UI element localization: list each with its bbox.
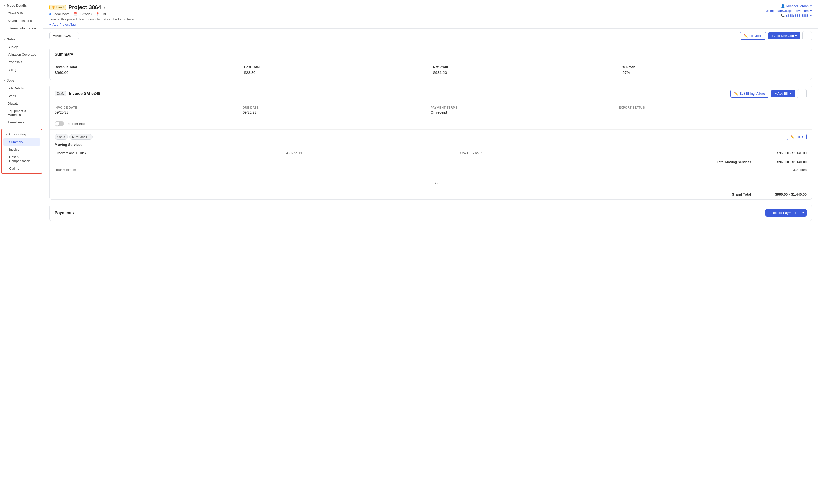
project-title-chevron[interactable]: ▾ <box>104 5 105 9</box>
chevron-icon: ▾ <box>4 4 5 7</box>
sidebar: ▾ Move Details Client & Bill To Saved Lo… <box>0 0 43 504</box>
summary-grid: Revenue Total $960.00 Cost Total $28.80 … <box>50 61 812 80</box>
sidebar-section-label: Jobs <box>7 79 14 82</box>
sidebar-item-valuation-coverage[interactable]: Valuation Coverage <box>2 51 42 58</box>
lead-badge: 🏆 Lead <box>49 5 66 10</box>
payment-terms-col: Payment Terms On receipt <box>431 106 619 114</box>
sidebar-item-timesheets[interactable]: Timesheets <box>2 119 42 126</box>
tbd-item: 📍 TBD <box>96 12 107 16</box>
hour-minimum-value: 3.0 hours <box>793 168 807 172</box>
due-date-col: Due Date 09/26/23 <box>243 106 431 114</box>
user-icon: 👤 <box>781 4 785 8</box>
sidebar-item-saved-locations[interactable]: Saved Locations <box>2 17 42 24</box>
payment-terms-label: Payment Terms <box>431 106 619 109</box>
sidebar-section-move-details: ▾ Move Details Client & Bill To Saved Lo… <box>0 0 43 34</box>
invoice-actions: ✏️ Edit Billing Values + Add Bill ▾ ⋮ <box>730 89 807 98</box>
job-pill-label: Move: 09/25 <box>53 34 71 38</box>
pin-icon: 📍 <box>96 12 100 16</box>
sidebar-item-internal-information[interactable]: Internal Information <box>2 25 42 32</box>
tip-row: ⋮ Tip <box>50 177 812 189</box>
sidebar-item-summary[interactable]: Summary <box>3 138 40 146</box>
due-date-label: Due Date <box>243 106 431 109</box>
job-pill[interactable]: Move: 09/25 ⋮ <box>49 32 79 39</box>
sidebar-item-billing[interactable]: Billing <box>2 66 42 73</box>
line-item-rate: $240.00 / hour <box>461 151 633 155</box>
due-date-value: 09/26/23 <box>243 110 431 114</box>
sidebar-item-proposals[interactable]: Proposals <box>2 58 42 66</box>
pencil-icon: ✏️ <box>744 34 748 38</box>
add-new-job-label: + Add New Job <box>772 34 794 38</box>
edit-jobs-label: Edit Jobs <box>749 34 762 38</box>
add-bill-chevron: ▾ <box>790 92 792 96</box>
add-project-tag-button[interactable]: + Add Project Tag <box>49 23 134 26</box>
edit-jobs-button[interactable]: ✏️ Edit Jobs <box>740 32 766 40</box>
sidebar-section-jobs: ▾ Jobs Job Details Stops Dispatch Equipm… <box>0 75 43 128</box>
phone-row[interactable]: 📞 (888) 888-8888 ▾ <box>781 14 812 17</box>
sidebar-section-header-jobs[interactable]: ▾ Jobs <box>0 77 43 84</box>
phone-value: (888) 888-8888 <box>786 14 809 17</box>
edit-label: Edit <box>795 135 801 139</box>
sidebar-section-sales: ▾ Sales Survey Valuation Coverage Propos… <box>0 34 43 75</box>
line-item-row: 3 Movers and 1 Truck 4 - 6 hours $240.00… <box>55 149 807 157</box>
bill-type-label: Moving Services <box>55 143 807 147</box>
invoice-date-label: Invoice Date <box>55 106 243 109</box>
sidebar-item-stops[interactable]: Stops <box>2 92 42 100</box>
tag-move: Move 3864-1 <box>69 134 93 140</box>
export-status-label: Export Status <box>619 106 807 109</box>
cost-total-col: Cost Total $28.80 <box>244 65 429 75</box>
user-name-row[interactable]: 👤 Michael Jordan ▾ <box>781 4 812 8</box>
project-title-row: 🏆 Lead Project 3864 ▾ <box>49 4 134 11</box>
calendar-icon: 📅 <box>73 12 77 16</box>
email-row[interactable]: ✉ mjordan@supermove.com ▾ <box>766 9 812 13</box>
revenue-total-label: Revenue Total <box>55 65 239 69</box>
record-payment-chevron[interactable]: ▾ <box>800 209 807 217</box>
reorder-bills-toggle[interactable] <box>55 121 64 126</box>
move-type-label: Local Move <box>53 12 69 16</box>
email-chevron: ▾ <box>810 9 812 13</box>
job-bar: Move: 09/25 ⋮ ✏️ Edit Jobs + Add New Job… <box>43 29 818 43</box>
sidebar-item-equipment-materials[interactable]: Equipment & Materials <box>2 107 42 118</box>
edit-billing-values-button[interactable]: ✏️ Edit Billing Values <box>730 90 769 98</box>
more-options-button[interactable]: ⋮ <box>802 31 812 40</box>
bill-tags: 09/25 Move 3864-1 <box>55 134 93 140</box>
project-meta: Local Move 📅 09/25/23 📍 TBD <box>49 12 134 16</box>
sidebar-section-header-accounting[interactable]: ▾ Accounting <box>2 130 42 138</box>
edit-bill-button[interactable]: ✏️ Edit ▾ <box>787 134 807 140</box>
hour-minimum-row: Hour Minimum 3.0 hours <box>55 166 807 173</box>
add-job-chevron: ▾ <box>795 34 797 38</box>
sidebar-section-header-move-details[interactable]: ▾ Move Details <box>0 2 43 9</box>
chevron-icon: ▾ <box>6 133 7 136</box>
sidebar-item-dispatch[interactable]: Dispatch <box>2 100 42 107</box>
dots-icon: ⋮ <box>805 34 809 38</box>
add-bill-button[interactable]: + Add Bill ▾ <box>771 90 795 97</box>
add-tag-label: Add Project Tag <box>53 23 76 26</box>
user-chevron: ▾ <box>810 4 812 8</box>
add-bill-label: + Add Bill <box>775 92 789 96</box>
invoice-card: Draft Invoice SM-5248 ✏️ Edit Billing Va… <box>49 85 812 200</box>
sidebar-item-survey[interactable]: Survey <box>2 43 42 51</box>
invoice-more-options[interactable]: ⋮ <box>797 89 807 98</box>
invoice-meta: Invoice Date 09/25/23 Due Date 09/26/23 … <box>50 102 812 118</box>
email-value: mjordan@supermove.com <box>770 9 809 13</box>
invoice-card-header: Draft Invoice SM-5248 ✏️ Edit Billing Va… <box>50 85 812 102</box>
payment-terms-value: On receipt <box>431 110 619 114</box>
sidebar-item-claims[interactable]: Claims <box>3 165 40 172</box>
invoice-date-value: 09/25/23 <box>55 110 243 114</box>
chevron-icon: ▾ <box>4 79 5 82</box>
payments-header: Payments + Record Payment ▾ <box>50 205 812 221</box>
sidebar-item-cost-compensation[interactable]: Cost & Compensation <box>3 153 40 165</box>
sidebar-item-client-bill-to[interactable]: Client & Bill To <box>2 10 42 17</box>
add-new-job-button[interactable]: + Add New Job ▾ <box>768 32 800 39</box>
sidebar-section-header-sales[interactable]: ▾ Sales <box>0 35 43 43</box>
line-item-hours: 4 - 6 hours <box>286 151 459 155</box>
record-payment-button[interactable]: + Record Payment ▾ <box>765 209 807 217</box>
grand-total-row: Grand Total $960.00 - $1,440.00 <box>50 189 812 199</box>
tip-dots-button[interactable]: ⋮ <box>55 180 59 186</box>
cost-total-label: Cost Total <box>244 65 429 69</box>
net-profit-value: $931.20 <box>433 70 618 75</box>
job-pill-dots[interactable]: ⋮ <box>72 34 76 38</box>
record-payment-label[interactable]: + Record Payment <box>765 209 800 217</box>
sidebar-item-job-details[interactable]: Job Details <box>2 85 42 92</box>
project-description: Look at this project description info th… <box>49 17 134 21</box>
sidebar-item-invoice[interactable]: Invoice <box>3 146 40 153</box>
